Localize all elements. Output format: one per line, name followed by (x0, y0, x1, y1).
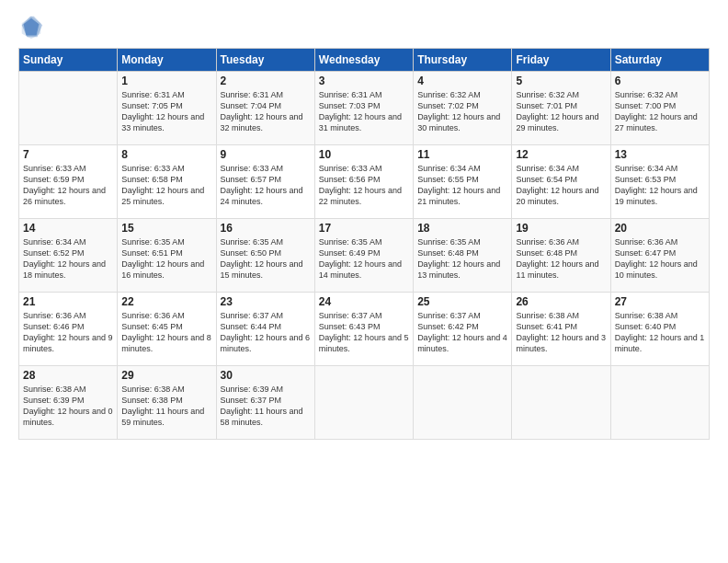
cell-info: Sunrise: 6:38 AMSunset: 6:38 PMDaylight:… (121, 384, 211, 429)
header-cell-monday: Monday (118, 49, 216, 72)
cell-info: Sunrise: 6:32 AMSunset: 7:00 PMDaylight:… (615, 89, 705, 134)
cell-info: Sunrise: 6:36 AMSunset: 6:47 PMDaylight:… (615, 236, 705, 282)
header-cell-sunday: Sunday (19, 49, 118, 72)
day-number: 15 (121, 222, 211, 235)
day-number: 3 (319, 75, 409, 87)
day-number: 22 (121, 295, 211, 308)
day-cell (512, 366, 610, 440)
day-cell: 21Sunrise: 6:36 AMSunset: 6:46 PMDayligh… (19, 293, 118, 366)
day-cell: 2Sunrise: 6:31 AMSunset: 7:04 PMDaylight… (216, 72, 314, 145)
week-row-4: 21Sunrise: 6:36 AMSunset: 6:46 PMDayligh… (19, 293, 710, 366)
day-number: 7 (23, 148, 113, 161)
day-cell: 26Sunrise: 6:38 AMSunset: 6:41 PMDayligh… (512, 293, 610, 366)
day-number: 8 (121, 148, 211, 161)
day-cell: 1Sunrise: 6:31 AMSunset: 7:05 PMDaylight… (118, 72, 216, 145)
day-cell: 25Sunrise: 6:37 AMSunset: 6:42 PMDayligh… (414, 293, 512, 366)
day-number: 9 (221, 148, 311, 161)
cell-info: Sunrise: 6:34 AMSunset: 6:53 PMDaylight:… (615, 163, 705, 208)
cell-info: Sunrise: 6:34 AMSunset: 6:55 PMDaylight:… (417, 163, 507, 208)
page: SundayMondayTuesdayWednesdayThursdayFrid… (0, 0, 728, 563)
day-cell: 10Sunrise: 6:33 AMSunset: 6:56 PMDayligh… (314, 145, 413, 219)
cell-info: Sunrise: 6:33 AMSunset: 6:57 PMDaylight:… (221, 163, 311, 208)
day-cell: 19Sunrise: 6:36 AMSunset: 6:48 PMDayligh… (512, 219, 610, 293)
day-cell: 5Sunrise: 6:32 AMSunset: 7:01 PMDaylight… (512, 72, 610, 145)
header (18, 15, 710, 40)
day-cell: 11Sunrise: 6:34 AMSunset: 6:55 PMDayligh… (414, 145, 512, 219)
day-cell: 18Sunrise: 6:35 AMSunset: 6:48 PMDayligh… (414, 219, 512, 293)
day-number: 25 (417, 295, 507, 308)
day-number: 10 (319, 148, 409, 161)
week-row-1: 1Sunrise: 6:31 AMSunset: 7:05 PMDaylight… (19, 72, 710, 145)
cell-info: Sunrise: 6:37 AMSunset: 6:44 PMDaylight:… (221, 310, 311, 355)
day-number: 26 (516, 295, 606, 308)
header-cell-saturday: Saturday (610, 49, 709, 72)
day-cell: 15Sunrise: 6:35 AMSunset: 6:51 PMDayligh… (118, 219, 216, 293)
cell-info: Sunrise: 6:37 AMSunset: 6:42 PMDaylight:… (417, 310, 507, 355)
day-number: 29 (121, 369, 211, 382)
day-number: 20 (615, 222, 705, 235)
logo (18, 15, 48, 40)
cell-info: Sunrise: 6:33 AMSunset: 6:56 PMDaylight:… (319, 163, 409, 208)
header-cell-wednesday: Wednesday (314, 49, 413, 72)
cell-info: Sunrise: 6:32 AMSunset: 7:01 PMDaylight:… (516, 89, 606, 134)
day-number: 28 (23, 369, 113, 382)
cell-info: Sunrise: 6:35 AMSunset: 6:48 PMDaylight:… (417, 236, 507, 282)
cell-info: Sunrise: 6:36 AMSunset: 6:45 PMDaylight:… (121, 310, 211, 355)
day-cell (314, 366, 413, 440)
day-number: 23 (221, 295, 311, 308)
day-cell: 30Sunrise: 6:39 AMSunset: 6:37 PMDayligh… (216, 366, 314, 440)
day-cell: 17Sunrise: 6:35 AMSunset: 6:49 PMDayligh… (314, 219, 413, 293)
day-cell: 12Sunrise: 6:34 AMSunset: 6:54 PMDayligh… (512, 145, 610, 219)
header-cell-tuesday: Tuesday (216, 49, 314, 72)
cell-info: Sunrise: 6:35 AMSunset: 6:49 PMDaylight:… (319, 236, 409, 282)
day-number: 27 (615, 295, 705, 308)
cell-info: Sunrise: 6:38 AMSunset: 6:40 PMDaylight:… (615, 310, 705, 355)
day-number: 1 (121, 75, 211, 87)
day-number: 14 (23, 222, 113, 235)
day-number: 24 (319, 295, 409, 308)
day-cell: 4Sunrise: 6:32 AMSunset: 7:02 PMDaylight… (414, 72, 512, 145)
day-cell: 22Sunrise: 6:36 AMSunset: 6:45 PMDayligh… (118, 293, 216, 366)
cell-info: Sunrise: 6:39 AMSunset: 6:37 PMDaylight:… (221, 384, 311, 429)
cell-info: Sunrise: 6:35 AMSunset: 6:50 PMDaylight:… (221, 236, 311, 282)
day-cell: 9Sunrise: 6:33 AMSunset: 6:57 PMDaylight… (216, 145, 314, 219)
cell-info: Sunrise: 6:33 AMSunset: 6:59 PMDaylight:… (23, 163, 113, 208)
calendar-body: 1Sunrise: 6:31 AMSunset: 7:05 PMDaylight… (19, 72, 710, 440)
cell-info: Sunrise: 6:34 AMSunset: 6:54 PMDaylight:… (516, 163, 606, 208)
day-cell: 13Sunrise: 6:34 AMSunset: 6:53 PMDayligh… (610, 145, 709, 219)
day-cell: 29Sunrise: 6:38 AMSunset: 6:38 PMDayligh… (118, 366, 216, 440)
day-number: 19 (516, 222, 606, 235)
day-number: 17 (319, 222, 409, 235)
cell-info: Sunrise: 6:31 AMSunset: 7:05 PMDaylight:… (121, 89, 211, 134)
day-number: 13 (615, 148, 705, 161)
day-number: 11 (417, 148, 507, 161)
day-number: 4 (417, 75, 507, 87)
week-row-2: 7Sunrise: 6:33 AMSunset: 6:59 PMDaylight… (19, 145, 710, 219)
day-cell: 8Sunrise: 6:33 AMSunset: 6:58 PMDaylight… (118, 145, 216, 219)
day-cell: 3Sunrise: 6:31 AMSunset: 7:03 PMDaylight… (314, 72, 413, 145)
day-number: 30 (221, 369, 311, 382)
header-cell-thursday: Thursday (414, 49, 512, 72)
logo-icon (18, 15, 44, 40)
week-row-5: 28Sunrise: 6:38 AMSunset: 6:39 PMDayligh… (19, 366, 710, 440)
day-cell: 20Sunrise: 6:36 AMSunset: 6:47 PMDayligh… (610, 219, 709, 293)
header-row: SundayMondayTuesdayWednesdayThursdayFrid… (19, 49, 710, 72)
day-cell: 6Sunrise: 6:32 AMSunset: 7:00 PMDaylight… (610, 72, 709, 145)
day-number: 16 (221, 222, 311, 235)
calendar-header: SundayMondayTuesdayWednesdayThursdayFrid… (19, 49, 710, 72)
cell-info: Sunrise: 6:32 AMSunset: 7:02 PMDaylight:… (417, 89, 507, 134)
day-number: 6 (615, 75, 705, 87)
week-row-3: 14Sunrise: 6:34 AMSunset: 6:52 PMDayligh… (19, 219, 710, 293)
day-cell (414, 366, 512, 440)
day-cell: 24Sunrise: 6:37 AMSunset: 6:43 PMDayligh… (314, 293, 413, 366)
cell-info: Sunrise: 6:37 AMSunset: 6:43 PMDaylight:… (319, 310, 409, 355)
cell-info: Sunrise: 6:34 AMSunset: 6:52 PMDaylight:… (23, 236, 113, 282)
day-number: 21 (23, 295, 113, 308)
day-cell: 16Sunrise: 6:35 AMSunset: 6:50 PMDayligh… (216, 219, 314, 293)
day-cell: 27Sunrise: 6:38 AMSunset: 6:40 PMDayligh… (610, 293, 709, 366)
cell-info: Sunrise: 6:35 AMSunset: 6:51 PMDaylight:… (121, 236, 211, 282)
cell-info: Sunrise: 6:31 AMSunset: 7:04 PMDaylight:… (221, 89, 311, 134)
cell-info: Sunrise: 6:33 AMSunset: 6:58 PMDaylight:… (121, 163, 211, 208)
day-cell: 14Sunrise: 6:34 AMSunset: 6:52 PMDayligh… (19, 219, 118, 293)
day-number: 12 (516, 148, 606, 161)
